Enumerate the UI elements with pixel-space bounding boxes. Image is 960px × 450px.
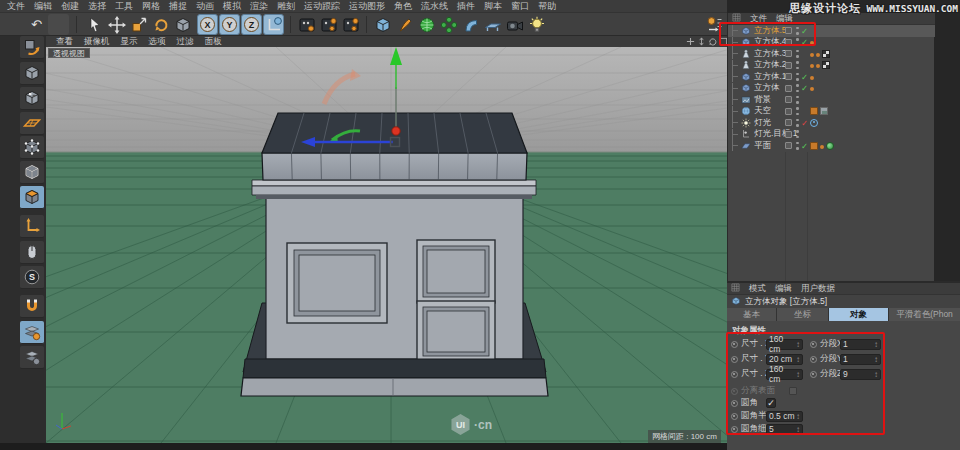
layer-chip[interactable]	[785, 73, 792, 80]
panel-grid-icon[interactable]	[731, 283, 740, 294]
coordinates-manager-icon[interactable]	[704, 14, 725, 35]
visibility-dots[interactable]	[796, 61, 799, 69]
menu-mesh[interactable]: 网格	[142, 0, 160, 13]
visibility-dots[interactable]	[796, 119, 799, 127]
layer-chip[interactable]	[785, 96, 792, 103]
vp-menu-view[interactable]: 查看	[56, 36, 73, 48]
menu-animate[interactable]: 动画	[196, 0, 214, 13]
render-settings-icon[interactable]	[318, 14, 339, 35]
menu-script[interactable]: 脚本	[484, 0, 502, 13]
stepper-icon[interactable]: ↕	[796, 412, 800, 421]
viewport-canvas[interactable]	[46, 47, 727, 443]
pan-icon[interactable]	[686, 37, 695, 46]
menu-plugins[interactable]: 插件	[457, 0, 475, 13]
phong-tag[interactable]	[810, 64, 814, 68]
floor-object-icon[interactable]	[482, 14, 503, 35]
param-circle[interactable]	[731, 400, 738, 407]
menu-render[interactable]: 渲染	[250, 0, 268, 13]
target-tag[interactable]	[810, 119, 818, 127]
live-selection-icon[interactable]	[84, 14, 105, 35]
layer-chip[interactable]	[785, 142, 792, 149]
menu-create[interactable]: 创建	[61, 0, 79, 13]
visibility-dots[interactable]	[796, 84, 799, 92]
menu-sculpt[interactable]: 雕刻	[277, 0, 295, 13]
visibility-dots[interactable]	[796, 96, 799, 104]
am-menu-mode[interactable]: 模式	[749, 283, 766, 295]
menu-snap[interactable]: 捕捉	[169, 0, 187, 13]
magnet-snap-icon[interactable]	[20, 295, 44, 318]
menu-help[interactable]: 帮助	[538, 0, 556, 13]
last-tool-icon[interactable]	[172, 14, 193, 35]
object-row-cube[interactable]: 立方体 ✓	[728, 83, 935, 95]
vp-menu-options[interactable]: 选项	[149, 36, 166, 48]
light-object-icon[interactable]	[526, 14, 547, 35]
cube-primitive-icon[interactable]	[372, 14, 393, 35]
param-circle[interactable]	[810, 341, 817, 348]
menu-edit[interactable]: 编辑	[34, 0, 52, 13]
stepper-icon[interactable]: ↕	[796, 425, 800, 434]
phong-tag[interactable]	[820, 145, 824, 149]
enable-check[interactable]: ✓	[801, 72, 808, 82]
panel-grid-icon[interactable]	[732, 13, 741, 24]
visibility-dots[interactable]	[796, 73, 799, 81]
compositing-tag[interactable]	[810, 142, 818, 150]
menu-select[interactable]: 选择	[88, 0, 106, 13]
enable-check[interactable]: ✓	[801, 37, 808, 47]
object-row-cube1[interactable]: 立方体.1 ✓	[728, 71, 935, 83]
phong-tag[interactable]	[810, 53, 814, 57]
object-row-background[interactable]: 背景	[728, 94, 935, 106]
tab-object[interactable]: 对象	[829, 308, 889, 321]
fillet-checkbox[interactable]: ✓	[766, 398, 776, 408]
param-circle[interactable]	[810, 371, 817, 378]
vp-menu-filter[interactable]: 过滤	[177, 36, 194, 48]
stepper-icon[interactable]: ↕	[796, 370, 800, 379]
scale-tool-icon[interactable]	[128, 14, 149, 35]
viewport-solo-icon[interactable]	[20, 241, 44, 264]
enable-check[interactable]: ✓	[801, 26, 808, 36]
pen-spline-icon[interactable]	[394, 14, 415, 35]
vp-menu-cameras[interactable]: 摄像机	[84, 36, 110, 48]
layer-chip[interactable]	[785, 85, 792, 92]
subdivision-surface-icon[interactable]	[416, 14, 437, 35]
stepper-icon[interactable]: ↕	[796, 340, 800, 349]
param-circle[interactable]	[731, 371, 738, 378]
vp-menu-display[interactable]: 显示	[121, 36, 138, 48]
enable-check[interactable]: ✓	[801, 141, 808, 151]
object-row-cube5[interactable]: 立方体.5 ✓	[728, 25, 935, 37]
layer-chip[interactable]	[785, 50, 792, 57]
array-generator-icon[interactable]	[438, 14, 459, 35]
enable-check[interactable]: ✓	[801, 83, 808, 93]
phong-tag[interactable]	[810, 76, 814, 80]
tab-phong[interactable]: 平滑着色(Phon	[889, 308, 960, 321]
axis-mode-icon[interactable]	[20, 215, 44, 238]
param-circle[interactable]	[731, 341, 738, 348]
menu-mograph[interactable]: 运动图形	[349, 0, 385, 13]
redo-icon[interactable]	[48, 14, 69, 35]
model-mode-icon[interactable]	[20, 62, 44, 85]
phong-tag[interactable]	[816, 64, 820, 68]
workplane-mode-icon[interactable]	[20, 112, 44, 135]
phong-tag[interactable]	[816, 53, 820, 57]
render-queue-icon[interactable]	[340, 14, 361, 35]
display-tag[interactable]	[822, 50, 830, 58]
tab-basic[interactable]: 基本	[727, 308, 777, 321]
layer-chip[interactable]	[785, 108, 792, 115]
stepper-icon[interactable]: ↕	[874, 340, 878, 349]
visibility-dots[interactable]	[796, 142, 799, 150]
phong-tag[interactable]	[810, 41, 814, 45]
display-tag[interactable]	[822, 61, 830, 69]
object-row-cube4[interactable]: 立方体.4 ✓	[728, 37, 935, 49]
tab-coordinates[interactable]: 坐标	[777, 308, 829, 321]
param-circle[interactable]	[810, 356, 817, 363]
render-view-icon[interactable]	[296, 14, 317, 35]
layers-b-icon[interactable]	[20, 346, 44, 369]
stepper-icon[interactable]: ↕	[874, 355, 878, 364]
fillet-subdiv-input[interactable]: 5↕	[766, 424, 803, 435]
dolly-icon[interactable]	[697, 37, 706, 46]
axis-z-lock-icon[interactable]: Z	[241, 14, 262, 35]
make-editable-icon[interactable]	[20, 36, 44, 59]
stepper-icon[interactable]: ↕	[874, 370, 878, 379]
axis-y-lock-icon[interactable]: Y	[219, 14, 240, 35]
object-row-light-target[interactable]: 灯光.目标.1	[728, 129, 935, 141]
texture-tag[interactable]	[820, 107, 828, 115]
